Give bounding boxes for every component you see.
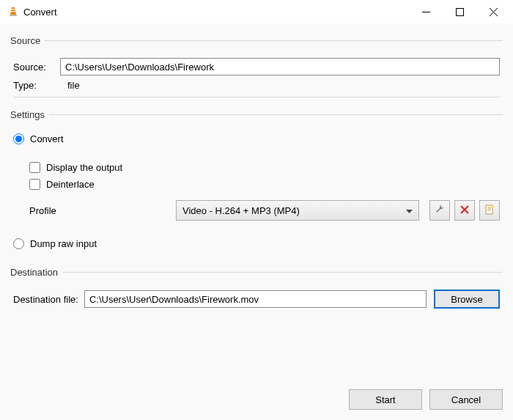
deinterlace-row[interactable]: Deinterlace — [29, 179, 500, 190]
new-profile-button[interactable] — [479, 200, 500, 221]
minimize-button[interactable] — [409, 0, 443, 23]
destination-input[interactable] — [84, 290, 427, 308]
dialog-content: Source Source: Type: file Settings Conve… — [0, 23, 513, 420]
source-group: Source Source: Type: file — [10, 35, 503, 103]
profile-value: Video - H.264 + MP3 (MP4) — [182, 205, 300, 216]
source-legend: Source — [10, 35, 45, 46]
source-input[interactable] — [60, 58, 500, 75]
profile-label: Profile — [29, 205, 176, 216]
deinterlace-checkbox[interactable] — [29, 179, 40, 190]
svg-rect-4 — [456, 8, 463, 15]
source-row: Source: — [13, 58, 500, 75]
svg-rect-0 — [10, 15, 17, 16]
deinterlace-label: Deinterlace — [46, 179, 95, 190]
svg-rect-2 — [11, 11, 15, 12]
type-value: file — [67, 80, 80, 91]
convert-radio[interactable] — [13, 133, 24, 144]
vlc-icon — [7, 6, 19, 18]
destination-row: Destination file: Browse — [13, 290, 500, 309]
settings-legend: Settings — [10, 109, 49, 120]
destination-legend: Destination — [10, 267, 62, 278]
type-label: Type: — [13, 80, 60, 91]
titlebar: Convert — [0, 0, 513, 23]
close-button[interactable] — [476, 0, 510, 23]
display-output-checkbox[interactable] — [29, 162, 40, 173]
delete-profile-button[interactable] — [454, 200, 475, 221]
display-output-row[interactable]: Display the output — [29, 162, 500, 173]
source-label: Source: — [13, 62, 60, 73]
destination-label: Destination file: — [13, 294, 78, 305]
new-document-icon — [484, 205, 495, 217]
window-controls — [409, 0, 510, 23]
edit-profile-button[interactable] — [429, 200, 450, 221]
settings-group: Settings Convert Display the output Dein… — [10, 109, 503, 261]
dump-radio[interactable] — [13, 238, 24, 249]
divider — [13, 97, 500, 97]
convert-label: Convert — [30, 133, 64, 144]
profile-select[interactable]: Video - H.264 + MP3 (MP4) — [176, 200, 419, 221]
dump-radio-row[interactable]: Dump raw input — [13, 238, 500, 249]
window-title: Convert — [23, 7, 409, 18]
svg-rect-1 — [12, 9, 15, 10]
wrench-icon — [435, 205, 445, 217]
maximize-button[interactable] — [443, 0, 476, 23]
browse-button[interactable]: Browse — [434, 290, 500, 309]
chevron-down-icon — [406, 205, 413, 216]
convert-radio-row[interactable]: Convert — [13, 133, 500, 144]
dump-label: Dump raw input — [30, 238, 97, 249]
x-icon — [460, 205, 469, 216]
profile-row: Profile Video - H.264 + MP3 (MP4) — [29, 200, 500, 221]
cancel-button[interactable]: Cancel — [429, 389, 503, 410]
start-button[interactable]: Start — [349, 389, 422, 410]
display-output-label: Display the output — [46, 162, 122, 173]
destination-group: Destination Destination file: Browse — [10, 267, 503, 319]
type-row: Type: file — [13, 80, 500, 91]
svg-point-13 — [491, 205, 494, 208]
dialog-footer: Start Cancel — [10, 382, 503, 410]
